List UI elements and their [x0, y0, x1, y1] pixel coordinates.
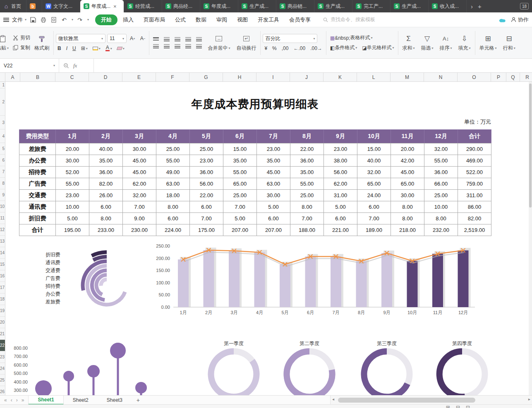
table-cell[interactable]: 23.00 [257, 143, 290, 155]
row-header[interactable]: 20 [0, 317, 5, 328]
table-cell[interactable]: 25.00 [290, 190, 324, 201]
file-menu[interactable]: 文件▾ [12, 16, 26, 24]
font-color-button[interactable]: A▾ [104, 45, 114, 52]
table-cell[interactable]: 20.00 [391, 143, 424, 155]
table-cell[interactable]: 7.00 [223, 201, 257, 213]
row-header[interactable]: 26 [0, 386, 5, 395]
sort-button[interactable]: A↕排序▾ [438, 33, 454, 52]
horizontal-scrollbar-thumb[interactable] [338, 398, 475, 403]
font-size-select[interactable]: 11▾ [107, 34, 127, 43]
column-header[interactable]: J [290, 73, 324, 82]
table-cell[interactable]: 65.00 [223, 178, 257, 190]
table-cell[interactable]: 36.00 [424, 167, 458, 178]
table-cell[interactable]: 63.00 [156, 178, 190, 190]
align-right-button[interactable] [173, 44, 182, 49]
number-format-button[interactable]: .00→ [309, 45, 324, 52]
align-middle-button[interactable] [162, 37, 171, 42]
table-cell[interactable]: 10.00 [424, 201, 458, 213]
row-header[interactable]: 8 [0, 178, 5, 189]
borders-button[interactable]: ⊞▾ [79, 45, 89, 52]
table-cell[interactable]: 45.00 [123, 167, 156, 178]
table-cell[interactable]: 24.00 [357, 190, 391, 201]
table-cell[interactable]: 5.00 [56, 213, 89, 224]
row-header[interactable]: 14 [0, 247, 5, 259]
table-cell[interactable]: 221.00 [324, 224, 357, 236]
number-format-button[interactable]: % [271, 45, 278, 52]
table-cell[interactable]: 35.00 [290, 167, 324, 178]
sum-button[interactable]: Σ求和▾ [400, 33, 417, 52]
fill-button[interactable]: ⇩填充▾ [456, 33, 473, 52]
table-cell[interactable]: 7.00 [357, 213, 391, 224]
horizontal-scrollbar[interactable]: ◂ ▸ [330, 396, 532, 405]
table-cell[interactable]: 32.00 [424, 143, 458, 155]
table-cell[interactable]: 207.00 [257, 224, 290, 236]
table-cell[interactable]: 62.00 [123, 178, 156, 190]
align-bottom-button[interactable] [173, 37, 182, 42]
format-painter-button[interactable]: 格式刷 [32, 33, 51, 52]
window-tab[interactable]: S生产成... [238, 0, 276, 12]
window-tab[interactable]: ⌂首页 [0, 0, 26, 12]
table-cell[interactable]: 7.00 [190, 213, 223, 224]
row-header[interactable]: 12 [0, 224, 5, 236]
column-header[interactable]: O [458, 73, 491, 82]
vertical-scrollbar-thumb[interactable] [529, 84, 532, 208]
tab-overflow-icon[interactable]: › [471, 3, 473, 10]
table-cell[interactable]: 232.00 [424, 224, 458, 236]
table-cell[interactable]: 26.00 [89, 190, 123, 201]
table-cell[interactable]: 469.00 [458, 155, 491, 167]
table-cell[interactable]: 6.00 [357, 201, 391, 213]
table-cell[interactable]: 56.00 [324, 167, 357, 178]
menu-tab[interactable]: 开发工具 [253, 14, 284, 25]
menu-tab[interactable]: 视图 [232, 14, 252, 25]
row-header[interactable]: 16 [0, 270, 5, 282]
row-header[interactable]: 3 [0, 116, 5, 129]
table-cell[interactable]: 522.00 [458, 167, 491, 178]
table-cell[interactable]: 290.00 [458, 143, 491, 155]
table-cell[interactable]: 25.00 [190, 143, 223, 155]
table-cell[interactable]: 6.00 [257, 213, 290, 224]
number-format-button[interactable]: ¥ [263, 45, 269, 52]
table-cell[interactable]: 311.00 [458, 190, 491, 201]
row-header[interactable]: 6 [0, 155, 5, 166]
column-header[interactable]: L [357, 73, 391, 82]
table-cell[interactable]: 7.00 [123, 201, 156, 213]
table-cell[interactable]: 40.00 [357, 155, 391, 167]
sheet-tab[interactable]: Sheet2 [64, 396, 98, 405]
column-header[interactable]: M [391, 73, 424, 82]
column-header[interactable]: I [256, 73, 290, 82]
row-header[interactable]: 17 [0, 282, 5, 293]
decrease-indent-button[interactable] [184, 37, 193, 42]
table-cell[interactable]: 207.00 [223, 224, 257, 236]
table-cell[interactable]: 55.00 [290, 178, 324, 190]
table-cell[interactable]: 32.00 [123, 190, 156, 201]
cells-button[interactable]: ⊞单元格▾ [477, 33, 499, 52]
table-cell[interactable]: 30.00 [257, 190, 290, 201]
increase-font-button[interactable]: A+ [128, 35, 137, 42]
scroll-left-icon[interactable]: ◂ [332, 397, 334, 401]
cut-button[interactable]: 剪切 [13, 34, 30, 41]
table-cell[interactable]: 23.00 [324, 143, 357, 155]
table-cell[interactable]: 36.00 [89, 167, 123, 178]
table-cell[interactable]: 25.00 [223, 190, 257, 201]
window-tab[interactable]: S商品销... [276, 0, 314, 12]
last-sheet-icon[interactable]: » [22, 397, 24, 403]
table-cell[interactable]: 7.00 [290, 213, 324, 224]
add-sheet-button[interactable]: + [132, 397, 145, 403]
table-cell[interactable]: 31.00 [324, 190, 357, 201]
table-cell[interactable]: 30.00 [56, 155, 89, 167]
decrease-font-button[interactable]: A− [139, 35, 147, 42]
table-cell[interactable]: 218.00 [391, 224, 424, 236]
number-format-button[interactable]: ,00 [280, 45, 290, 52]
row-header[interactable]: 22 [0, 340, 5, 351]
table-cell[interactable]: 175.00 [190, 224, 223, 236]
page-layout-view-icon[interactable]: ⊟ [456, 405, 460, 408]
row-header[interactable]: 15 [0, 259, 5, 270]
underline-button[interactable]: U [71, 45, 78, 52]
insert-function-icon[interactable]: fx [73, 62, 77, 69]
prev-sheet-icon[interactable]: ‹ [11, 397, 12, 403]
table-cell[interactable]: 20.00 [56, 143, 89, 155]
column-header[interactable]: E [122, 73, 156, 82]
rows-cols-button[interactable]: ⊟行和▾ [501, 33, 518, 52]
font-family-select[interactable]: 微软雅黑▾ [56, 34, 105, 43]
table-cell[interactable]: 62.00 [324, 178, 357, 190]
